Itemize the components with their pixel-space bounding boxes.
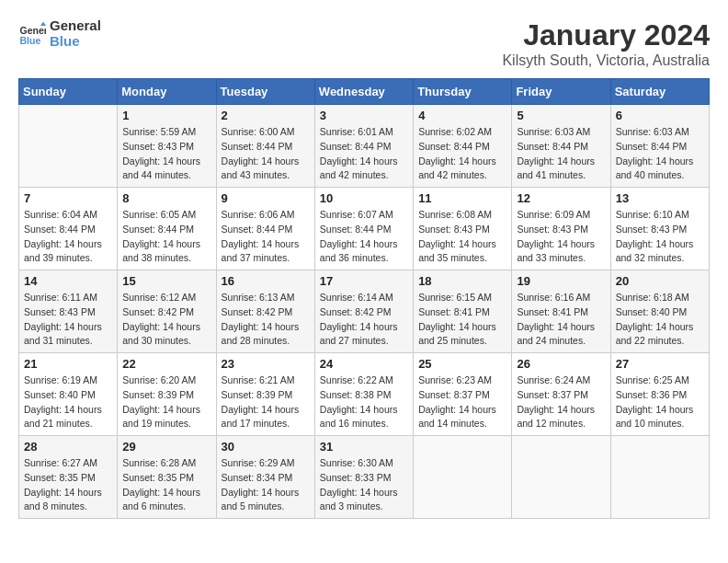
day-info: Sunrise: 6:28 AMSunset: 8:35 PMDaylight:… bbox=[122, 456, 210, 514]
day-number: 22 bbox=[122, 357, 210, 371]
daylight-text: Daylight: 14 hours and 16 minutes. bbox=[320, 403, 408, 432]
day-info: Sunrise: 6:14 AMSunset: 8:42 PMDaylight:… bbox=[320, 291, 408, 349]
calendar-cell: 28Sunrise: 6:27 AMSunset: 8:35 PMDayligh… bbox=[19, 436, 118, 519]
daylight-text: Daylight: 14 hours and 19 minutes. bbox=[122, 403, 210, 432]
daylight-text: Daylight: 14 hours and 21 minutes. bbox=[24, 403, 112, 432]
sunset-text: Sunset: 8:44 PM bbox=[320, 140, 408, 155]
sunrise-text: Sunrise: 6:15 AM bbox=[418, 291, 506, 305]
day-number: 11 bbox=[418, 191, 506, 205]
sunset-text: Sunset: 8:43 PM bbox=[517, 223, 605, 237]
daylight-text: Daylight: 14 hours and 35 minutes. bbox=[418, 237, 506, 267]
calendar-cell: 7Sunrise: 6:04 AMSunset: 8:44 PMDaylight… bbox=[19, 188, 118, 270]
day-number: 10 bbox=[320, 191, 408, 205]
svg-marker-2 bbox=[40, 21, 46, 26]
sunrise-text: Sunrise: 6:10 AM bbox=[616, 208, 704, 223]
daylight-text: Daylight: 14 hours and 37 minutes. bbox=[222, 237, 310, 267]
day-info: Sunrise: 6:24 AMSunset: 8:37 PMDaylight:… bbox=[517, 373, 605, 431]
daylight-text: Daylight: 14 hours and 3 minutes. bbox=[320, 486, 408, 515]
sunset-text: Sunset: 8:39 PM bbox=[122, 388, 210, 403]
day-number: 18 bbox=[418, 274, 506, 288]
calendar-week-row: 28Sunrise: 6:27 AMSunset: 8:35 PMDayligh… bbox=[19, 436, 710, 519]
title-block: January 2024 Kilsyth South, Victoria, Au… bbox=[502, 18, 710, 69]
sunrise-text: Sunrise: 6:19 AM bbox=[24, 373, 112, 388]
daylight-text: Daylight: 14 hours and 24 minutes. bbox=[517, 320, 605, 350]
calendar-cell bbox=[414, 436, 512, 519]
calendar-cell: 14Sunrise: 6:11 AMSunset: 8:43 PMDayligh… bbox=[19, 270, 118, 353]
calendar-subtitle: Kilsyth South, Victoria, Australia bbox=[502, 52, 710, 69]
day-info: Sunrise: 6:03 AMSunset: 8:44 PMDaylight:… bbox=[616, 125, 704, 183]
day-info: Sunrise: 6:11 AMSunset: 8:43 PMDaylight:… bbox=[24, 291, 112, 349]
calendar-table: SundayMondayTuesdayWednesdayThursdayFrid… bbox=[18, 78, 710, 519]
day-number: 13 bbox=[616, 191, 704, 205]
calendar-cell bbox=[610, 436, 709, 519]
daylight-text: Daylight: 14 hours and 25 minutes. bbox=[418, 320, 506, 350]
day-info: Sunrise: 6:09 AMSunset: 8:43 PMDaylight:… bbox=[517, 208, 605, 266]
sunset-text: Sunset: 8:42 PM bbox=[222, 305, 310, 320]
sunset-text: Sunset: 8:44 PM bbox=[122, 223, 210, 237]
weekday-header: Friday bbox=[512, 79, 610, 105]
day-number: 28 bbox=[24, 440, 112, 454]
day-info: Sunrise: 6:06 AMSunset: 8:44 PMDaylight:… bbox=[222, 208, 310, 266]
day-number: 3 bbox=[320, 109, 408, 122]
sunset-text: Sunset: 8:39 PM bbox=[222, 388, 310, 403]
calendar-cell: 20Sunrise: 6:18 AMSunset: 8:40 PMDayligh… bbox=[610, 270, 709, 353]
sunset-text: Sunset: 8:42 PM bbox=[320, 305, 408, 320]
day-info: Sunrise: 5:59 AMSunset: 8:43 PMDaylight:… bbox=[122, 125, 210, 183]
calendar-cell: 30Sunrise: 6:29 AMSunset: 8:34 PMDayligh… bbox=[216, 436, 314, 519]
daylight-text: Daylight: 14 hours and 12 minutes. bbox=[517, 403, 605, 432]
sunset-text: Sunset: 8:43 PM bbox=[24, 305, 112, 320]
day-number: 23 bbox=[222, 357, 310, 371]
calendar-cell bbox=[19, 105, 118, 188]
sunset-text: Sunset: 8:37 PM bbox=[418, 388, 506, 403]
day-number: 2 bbox=[222, 109, 310, 122]
calendar-cell: 5Sunrise: 6:03 AMSunset: 8:44 PMDaylight… bbox=[512, 105, 610, 188]
daylight-text: Daylight: 14 hours and 17 minutes. bbox=[222, 403, 310, 432]
logo: General Blue General Blue bbox=[18, 18, 101, 49]
calendar-cell: 4Sunrise: 6:02 AMSunset: 8:44 PMDaylight… bbox=[414, 105, 512, 188]
sunrise-text: Sunrise: 6:30 AM bbox=[320, 456, 408, 471]
calendar-week-row: 14Sunrise: 6:11 AMSunset: 8:43 PMDayligh… bbox=[19, 270, 710, 353]
sunset-text: Sunset: 8:44 PM bbox=[418, 140, 506, 155]
sunrise-text: Sunrise: 6:00 AM bbox=[222, 125, 310, 140]
day-info: Sunrise: 6:08 AMSunset: 8:43 PMDaylight:… bbox=[418, 208, 506, 266]
sunset-text: Sunset: 8:44 PM bbox=[616, 140, 704, 155]
calendar-cell: 19Sunrise: 6:16 AMSunset: 8:41 PMDayligh… bbox=[512, 270, 610, 353]
calendar-cell: 27Sunrise: 6:25 AMSunset: 8:36 PMDayligh… bbox=[610, 353, 709, 436]
calendar-cell: 26Sunrise: 6:24 AMSunset: 8:37 PMDayligh… bbox=[512, 353, 610, 436]
day-number: 29 bbox=[122, 440, 210, 454]
calendar-cell: 15Sunrise: 6:12 AMSunset: 8:42 PMDayligh… bbox=[118, 270, 216, 353]
sunset-text: Sunset: 8:35 PM bbox=[24, 471, 112, 486]
calendar-cell: 12Sunrise: 6:09 AMSunset: 8:43 PMDayligh… bbox=[512, 188, 610, 270]
daylight-text: Daylight: 14 hours and 5 minutes. bbox=[222, 486, 310, 515]
sunrise-text: Sunrise: 6:13 AM bbox=[222, 291, 310, 305]
daylight-text: Daylight: 14 hours and 38 minutes. bbox=[122, 237, 210, 267]
calendar-cell: 8Sunrise: 6:05 AMSunset: 8:44 PMDaylight… bbox=[118, 188, 216, 270]
svg-text:Blue: Blue bbox=[20, 34, 41, 45]
daylight-text: Daylight: 14 hours and 27 minutes. bbox=[320, 320, 408, 350]
sunset-text: Sunset: 8:36 PM bbox=[616, 388, 704, 403]
sunset-text: Sunset: 8:42 PM bbox=[122, 305, 210, 320]
sunrise-text: Sunrise: 6:24 AM bbox=[517, 373, 605, 388]
sunrise-text: Sunrise: 6:21 AM bbox=[222, 373, 310, 388]
sunset-text: Sunset: 8:35 PM bbox=[122, 471, 210, 486]
daylight-text: Daylight: 14 hours and 28 minutes. bbox=[222, 320, 310, 350]
sunset-text: Sunset: 8:34 PM bbox=[222, 471, 310, 486]
daylight-text: Daylight: 14 hours and 14 minutes. bbox=[418, 403, 506, 432]
daylight-text: Daylight: 14 hours and 44 minutes. bbox=[122, 155, 210, 184]
day-number: 20 bbox=[616, 274, 704, 288]
day-number: 19 bbox=[517, 274, 605, 288]
weekday-header: Monday bbox=[118, 79, 216, 105]
day-info: Sunrise: 6:20 AMSunset: 8:39 PMDaylight:… bbox=[122, 373, 210, 431]
sunrise-text: Sunrise: 6:04 AM bbox=[24, 208, 112, 223]
day-number: 9 bbox=[222, 191, 310, 205]
day-info: Sunrise: 6:18 AMSunset: 8:40 PMDaylight:… bbox=[616, 291, 704, 349]
day-info: Sunrise: 6:10 AMSunset: 8:43 PMDaylight:… bbox=[616, 208, 704, 266]
calendar-week-row: 1Sunrise: 5:59 AMSunset: 8:43 PMDaylight… bbox=[19, 105, 710, 188]
sunrise-text: Sunrise: 6:08 AM bbox=[418, 208, 506, 223]
sunrise-text: Sunrise: 6:03 AM bbox=[616, 125, 704, 140]
calendar-cell: 23Sunrise: 6:21 AMSunset: 8:39 PMDayligh… bbox=[216, 353, 314, 436]
sunset-text: Sunset: 8:44 PM bbox=[320, 223, 408, 237]
daylight-text: Daylight: 14 hours and 39 minutes. bbox=[24, 237, 112, 267]
sunset-text: Sunset: 8:44 PM bbox=[222, 223, 310, 237]
sunrise-text: Sunrise: 6:29 AM bbox=[222, 456, 310, 471]
